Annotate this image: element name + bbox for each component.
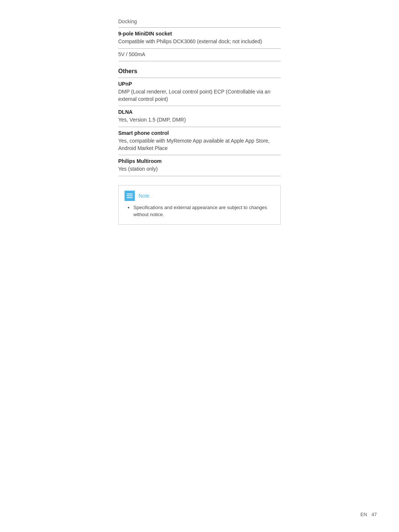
- spec-label-multiroom: Philips Multiroom: [118, 157, 281, 165]
- spec-value-dlna: Yes, Version 1.5 (DMP, DMR): [118, 116, 281, 125]
- footer-language: EN: [360, 512, 367, 517]
- spec-row-voltage: 5V / 500mA: [118, 50, 281, 60]
- note-title: Note: [139, 193, 150, 199]
- spec-label-upnp: UPnP: [118, 79, 281, 88]
- note-box: Note Specifications and external appeara…: [118, 185, 281, 225]
- divider-others: [118, 78, 281, 78]
- divider-dlna: [118, 127, 281, 127]
- divider-smartphone: [118, 155, 281, 155]
- spec-row-minidin: 9-pole MiniDIN socket Compatible with Ph…: [118, 29, 281, 47]
- spec-value-upnp: DMP (Local renderer, Local control point…: [118, 88, 281, 104]
- spec-label-smartphone: Smart phone control: [118, 129, 281, 137]
- spec-row-multiroom: Philips Multiroom Yes (station only): [118, 157, 281, 174]
- note-icon-line-2: [127, 195, 133, 196]
- spec-label-minidin: 9-pole MiniDIN socket: [118, 29, 281, 37]
- page-footer: EN 47: [360, 512, 377, 517]
- divider-voltage: [118, 61, 281, 61]
- spec-label-dlna: DLNA: [118, 108, 281, 116]
- spec-row-dlna: DLNA Yes, Version 1.5 (DMP, DMR): [118, 108, 281, 125]
- docking-section: Docking 9-pole MiniDIN socket Compatible…: [118, 18, 281, 61]
- note-content: Specifications and external appearance a…: [125, 204, 274, 219]
- note-item-1: Specifications and external appearance a…: [133, 204, 274, 218]
- docking-title: Docking: [118, 18, 281, 24]
- note-header: Note: [125, 191, 274, 201]
- divider-minidin: [118, 48, 281, 49]
- others-heading: Others: [118, 68, 281, 75]
- spec-value-multiroom: Yes (station only): [118, 165, 281, 174]
- note-icon-line-3: [127, 197, 133, 198]
- divider-multiroom: [118, 176, 281, 176]
- footer-page: 47: [372, 512, 377, 517]
- note-icon: [125, 191, 135, 201]
- divider-upnp: [118, 106, 281, 106]
- divider-docking: [118, 27, 281, 28]
- spec-value-voltage: 5V / 500mA: [118, 50, 281, 60]
- others-section: Others UPnP DMP (Local renderer, Local c…: [118, 68, 281, 176]
- spec-value-smartphone: Yes, compatible with MyRemote App availa…: [118, 137, 281, 153]
- note-icon-line-1: [127, 194, 133, 194]
- spec-row-upnp: UPnP DMP (Local renderer, Local control …: [118, 79, 281, 104]
- spec-row-smartphone: Smart phone control Yes, compatible with…: [118, 129, 281, 153]
- spec-value-minidin: Compatible with Philips DCK3060 (externa…: [118, 37, 281, 47]
